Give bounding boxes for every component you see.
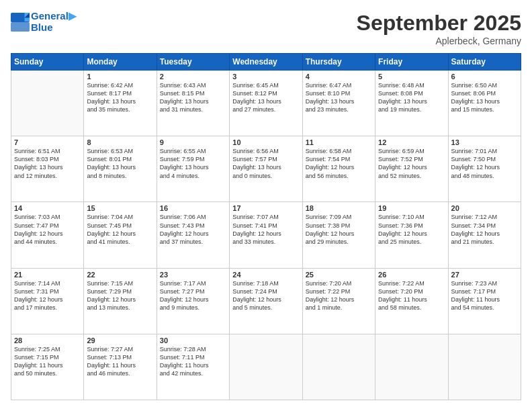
calendar-cell: 19Sunrise: 7:10 AM Sunset: 7:36 PM Dayli… <box>375 202 448 268</box>
cell-info: Sunrise: 7:10 AM Sunset: 7:36 PM Dayligh… <box>378 213 445 246</box>
calendar-cell: 2Sunrise: 6:43 AM Sunset: 8:15 PM Daylig… <box>157 71 229 136</box>
cell-info: Sunrise: 7:17 AM Sunset: 7:27 PM Dayligh… <box>160 279 226 312</box>
calendar-cell: 6Sunrise: 6:50 AM Sunset: 8:06 PM Daylig… <box>448 71 521 136</box>
calendar-cell: 15Sunrise: 7:04 AM Sunset: 7:45 PM Dayli… <box>84 202 157 268</box>
logo-icon <box>11 13 30 32</box>
day-number: 6 <box>451 73 518 81</box>
month-title: September 2025 <box>357 11 521 36</box>
weekday-header-row: SundayMondayTuesdayWednesdayThursdayFrid… <box>11 54 521 71</box>
calendar-cell: 23Sunrise: 7:17 AM Sunset: 7:27 PM Dayli… <box>157 268 229 334</box>
cell-info: Sunrise: 6:50 AM Sunset: 8:06 PM Dayligh… <box>451 81 518 114</box>
cell-info: Sunrise: 7:28 AM Sunset: 7:11 PM Dayligh… <box>160 345 226 378</box>
day-number: 19 <box>378 204 445 212</box>
calendar-cell: 14Sunrise: 7:03 AM Sunset: 7:47 PM Dayli… <box>11 202 84 268</box>
day-number: 11 <box>306 138 372 146</box>
day-number: 7 <box>14 138 81 146</box>
weekday-header-friday: Friday <box>375 54 448 71</box>
calendar-cell: 8Sunrise: 6:53 AM Sunset: 8:01 PM Daylig… <box>84 136 157 202</box>
day-number: 15 <box>87 204 153 212</box>
calendar-week-5: 28Sunrise: 7:25 AM Sunset: 7:15 PM Dayli… <box>11 334 521 400</box>
calendar-cell: 9Sunrise: 6:55 AM Sunset: 7:59 PM Daylig… <box>157 136 229 202</box>
svg-rect-1 <box>11 22 30 32</box>
calendar-cell <box>375 334 448 400</box>
header: General▶ Blue September 2025 Aplerbeck, … <box>11 11 521 46</box>
day-number: 21 <box>14 271 81 279</box>
logo: General▶ Blue <box>11 11 77 33</box>
calendar-cell: 26Sunrise: 7:22 AM Sunset: 7:20 PM Dayli… <box>375 268 448 334</box>
calendar-week-2: 7Sunrise: 6:51 AM Sunset: 8:03 PM Daylig… <box>11 136 521 202</box>
location: Aplerbeck, Germany <box>357 36 521 46</box>
calendar-table: SundayMondayTuesdayWednesdayThursdayFrid… <box>11 53 521 400</box>
day-number: 10 <box>232 138 299 146</box>
day-number: 26 <box>378 271 445 279</box>
calendar-cell: 13Sunrise: 7:01 AM Sunset: 7:50 PM Dayli… <box>448 136 521 202</box>
day-number: 24 <box>232 271 299 279</box>
calendar-cell: 17Sunrise: 7:07 AM Sunset: 7:41 PM Dayli… <box>230 202 302 268</box>
cell-info: Sunrise: 6:51 AM Sunset: 8:03 PM Dayligh… <box>14 147 81 180</box>
calendar-cell <box>302 334 375 400</box>
weekday-header-monday: Monday <box>84 54 157 71</box>
cell-info: Sunrise: 6:59 AM Sunset: 7:52 PM Dayligh… <box>378 147 445 180</box>
calendar-week-1: 1Sunrise: 6:42 AM Sunset: 8:17 PM Daylig… <box>11 71 521 136</box>
cell-info: Sunrise: 7:23 AM Sunset: 7:17 PM Dayligh… <box>451 279 518 312</box>
weekday-header-tuesday: Tuesday <box>157 54 229 71</box>
calendar-cell: 16Sunrise: 7:06 AM Sunset: 7:43 PM Dayli… <box>157 202 229 268</box>
day-number: 28 <box>14 336 81 345</box>
cell-info: Sunrise: 6:45 AM Sunset: 8:12 PM Dayligh… <box>232 81 299 114</box>
cell-info: Sunrise: 6:43 AM Sunset: 8:15 PM Dayligh… <box>160 81 226 114</box>
calendar-cell: 21Sunrise: 7:14 AM Sunset: 7:31 PM Dayli… <box>11 268 84 334</box>
cell-info: Sunrise: 7:22 AM Sunset: 7:20 PM Dayligh… <box>378 279 445 312</box>
calendar-cell: 29Sunrise: 7:27 AM Sunset: 7:13 PM Dayli… <box>84 334 157 400</box>
day-number: 25 <box>306 271 372 279</box>
cell-info: Sunrise: 7:20 AM Sunset: 7:22 PM Dayligh… <box>306 279 372 312</box>
day-number: 30 <box>160 336 226 345</box>
cell-info: Sunrise: 7:07 AM Sunset: 7:41 PM Dayligh… <box>232 213 299 246</box>
day-number: 5 <box>378 73 445 81</box>
day-number: 29 <box>87 336 153 345</box>
calendar-cell <box>230 334 302 400</box>
day-number: 23 <box>160 271 226 279</box>
day-number: 8 <box>87 138 153 146</box>
day-number: 27 <box>451 271 518 279</box>
calendar-week-4: 21Sunrise: 7:14 AM Sunset: 7:31 PM Dayli… <box>11 268 521 334</box>
cell-info: Sunrise: 7:12 AM Sunset: 7:34 PM Dayligh… <box>451 213 518 246</box>
logo-text: General▶ Blue <box>31 11 77 33</box>
calendar-cell: 22Sunrise: 7:15 AM Sunset: 7:29 PM Dayli… <box>84 268 157 334</box>
calendar-cell: 4Sunrise: 6:47 AM Sunset: 8:10 PM Daylig… <box>302 71 375 136</box>
day-number: 9 <box>160 138 226 146</box>
day-number: 12 <box>378 138 445 146</box>
cell-info: Sunrise: 6:42 AM Sunset: 8:17 PM Dayligh… <box>87 81 153 114</box>
calendar-cell <box>11 71 84 136</box>
calendar-cell: 3Sunrise: 6:45 AM Sunset: 8:12 PM Daylig… <box>230 71 302 136</box>
day-number: 18 <box>306 204 372 212</box>
calendar-cell: 11Sunrise: 6:58 AM Sunset: 7:54 PM Dayli… <box>302 136 375 202</box>
weekday-header-saturday: Saturday <box>448 54 521 71</box>
day-number: 22 <box>87 271 153 279</box>
cell-info: Sunrise: 7:15 AM Sunset: 7:29 PM Dayligh… <box>87 279 153 312</box>
cell-info: Sunrise: 7:06 AM Sunset: 7:43 PM Dayligh… <box>160 213 226 246</box>
cell-info: Sunrise: 6:47 AM Sunset: 8:10 PM Dayligh… <box>306 81 372 114</box>
calendar-cell: 7Sunrise: 6:51 AM Sunset: 8:03 PM Daylig… <box>11 136 84 202</box>
calendar-cell: 27Sunrise: 7:23 AM Sunset: 7:17 PM Dayli… <box>448 268 521 334</box>
page: General▶ Blue September 2025 Aplerbeck, … <box>0 0 532 411</box>
calendar-cell: 5Sunrise: 6:48 AM Sunset: 8:08 PM Daylig… <box>375 71 448 136</box>
calendar-cell: 20Sunrise: 7:12 AM Sunset: 7:34 PM Dayli… <box>448 202 521 268</box>
title-block: September 2025 Aplerbeck, Germany <box>357 11 521 46</box>
day-number: 14 <box>14 204 81 212</box>
day-number: 17 <box>232 204 299 212</box>
calendar-cell: 28Sunrise: 7:25 AM Sunset: 7:15 PM Dayli… <box>11 334 84 400</box>
cell-info: Sunrise: 6:56 AM Sunset: 7:57 PM Dayligh… <box>232 147 299 180</box>
cell-info: Sunrise: 7:01 AM Sunset: 7:50 PM Dayligh… <box>451 147 518 180</box>
cell-info: Sunrise: 7:18 AM Sunset: 7:24 PM Dayligh… <box>232 279 299 312</box>
weekday-header-wednesday: Wednesday <box>230 54 302 71</box>
cell-info: Sunrise: 7:09 AM Sunset: 7:38 PM Dayligh… <box>306 213 372 246</box>
day-number: 20 <box>451 204 518 212</box>
calendar-cell: 12Sunrise: 6:59 AM Sunset: 7:52 PM Dayli… <box>375 136 448 202</box>
day-number: 1 <box>87 73 153 81</box>
weekday-header-sunday: Sunday <box>11 54 84 71</box>
calendar-week-3: 14Sunrise: 7:03 AM Sunset: 7:47 PM Dayli… <box>11 202 521 268</box>
cell-info: Sunrise: 7:14 AM Sunset: 7:31 PM Dayligh… <box>14 279 81 312</box>
cell-info: Sunrise: 7:27 AM Sunset: 7:13 PM Dayligh… <box>87 345 153 378</box>
calendar-cell: 25Sunrise: 7:20 AM Sunset: 7:22 PM Dayli… <box>302 268 375 334</box>
calendar-cell: 10Sunrise: 6:56 AM Sunset: 7:57 PM Dayli… <box>230 136 302 202</box>
